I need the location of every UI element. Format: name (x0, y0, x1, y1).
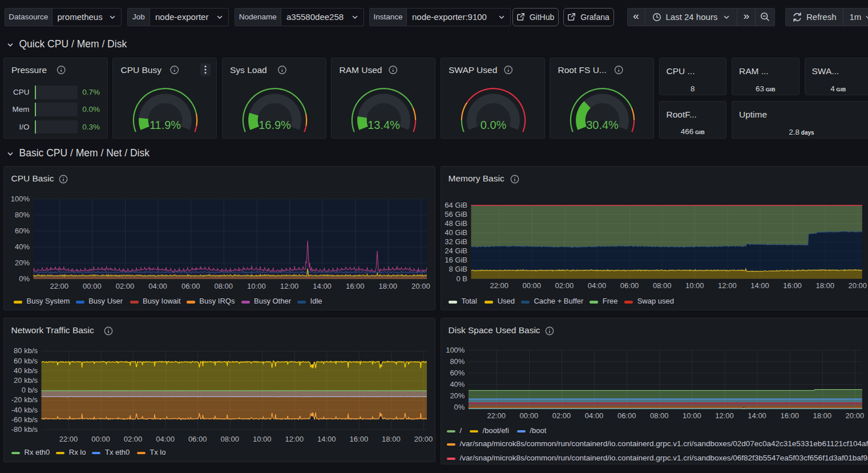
svg-text:13.4%: 13.4% (368, 119, 400, 131)
svg-text:16.9%: 16.9% (259, 119, 291, 131)
svg-text:30.4%: 30.4% (586, 119, 619, 131)
svg-text:0.0%: 0.0% (480, 119, 506, 131)
svg-text:11.9%: 11.9% (150, 119, 181, 131)
